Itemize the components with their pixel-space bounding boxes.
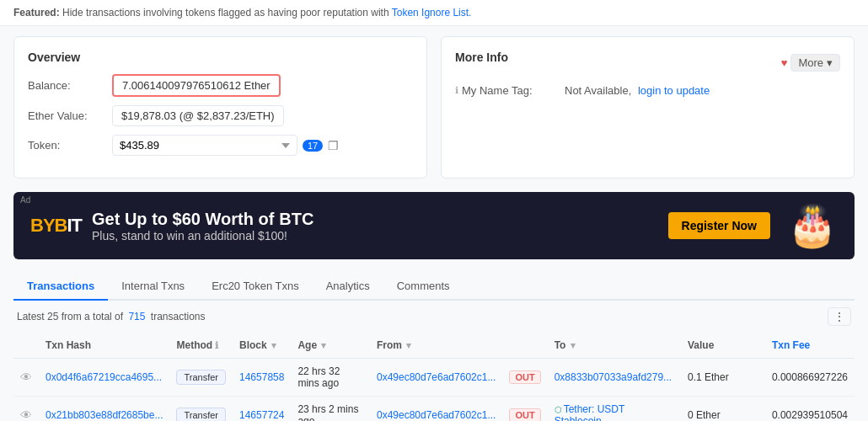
balance-label: Balance:	[28, 79, 112, 92]
block-cell: 14657858	[233, 359, 291, 397]
col-block: Block ▾	[233, 333, 291, 359]
transactions-table: Txn Hash Method ℹ Block ▾ Age ▾ From ▾ T…	[13, 333, 855, 421]
txn-hash-link[interactable]: 0x21bb803e88df2685be...	[46, 409, 163, 421]
ad-label: Ad	[20, 195, 30, 205]
tab-analytics[interactable]: Analytics	[313, 273, 383, 301]
age-cell: 22 hrs 32 mins ago	[291, 359, 370, 397]
table-row: 👁 0x21bb803e88df2685be... Transfer 14657…	[13, 397, 855, 422]
chevron-down-icon: ▾	[827, 56, 833, 69]
age-filter-icon[interactable]: ▾	[321, 340, 326, 350]
col-to: To ▾	[548, 333, 681, 359]
balance-value: 7.006140097976510612 Ether	[112, 74, 281, 97]
name-tag-value: Not Available, login to update	[565, 84, 710, 97]
eye-cell: 👁	[13, 397, 39, 422]
col-eye	[13, 333, 39, 359]
ad-subtext: Plus, stand to win an additional $100!	[92, 229, 313, 242]
name-tag-row: ℹ My Name Tag: Not Available, login to u…	[455, 84, 840, 97]
method-cell: Transfer	[169, 359, 233, 397]
moreinfo-card: More Info ♥ More ▾ ℹ My Name Tag: Not Av…	[441, 36, 855, 179]
block-link[interactable]: 14657858	[239, 371, 284, 383]
col-age: Age ▾	[291, 333, 370, 359]
total-count-link[interactable]: 715	[128, 311, 145, 322]
block-filter-icon[interactable]: ▾	[271, 340, 276, 350]
tether-icon: ⬡	[555, 405, 562, 414]
featured-text: Hide transactions involving tokens flagg…	[62, 7, 392, 19]
token-label: Token:	[28, 139, 112, 152]
block-link[interactable]: 14657724	[239, 409, 284, 421]
register-now-button[interactable]: Register Now	[668, 212, 770, 239]
col-direction	[502, 333, 547, 359]
bybit-b: BY	[30, 215, 55, 236]
from-address-link[interactable]: 0x49ec80d7e6ad7602c1...	[377, 409, 496, 421]
eye-icon[interactable]: 👁	[20, 408, 32, 421]
direction-cell: OUT	[502, 359, 547, 397]
login-to-update-link[interactable]: login to update	[638, 84, 710, 97]
tabs-bar: Transactions Internal Txns Erc20 Token T…	[13, 273, 855, 301]
more-label: More	[798, 56, 823, 69]
txn-hash-link[interactable]: 0x0d4f6a67219cca4695...	[46, 371, 162, 383]
overview-title: Overview	[28, 51, 413, 64]
tab-internal-txns[interactable]: Internal Txns	[108, 273, 198, 301]
direction-badge: OUT	[509, 370, 540, 384]
heart-icon: ♥	[781, 56, 788, 69]
method-badge: Transfer	[176, 370, 226, 385]
table-filter-button[interactable]: ⋮	[828, 307, 851, 326]
more-button[interactable]: More ▾	[790, 54, 840, 72]
token-selector-row: $435.89 17 ❐	[112, 135, 339, 156]
ad-btc: BTC	[279, 210, 313, 229]
tab-erc20[interactable]: Erc20 Token Txns	[198, 273, 313, 301]
bybit-logo: BYBIT	[30, 215, 82, 237]
transactions-label: transactions	[151, 311, 206, 322]
age-cell: 23 hrs 2 mins ago	[291, 397, 370, 422]
fee-cell: 0.002939510504	[765, 397, 855, 422]
tab-comments[interactable]: Comments	[383, 273, 463, 301]
value-cell: 0.1 Ether	[681, 359, 765, 397]
to-cell: ⬡Tether: USDT Stablecoin	[548, 397, 681, 422]
from-address-link[interactable]: 0x49ec80d7e6ad7602c1...	[377, 371, 496, 383]
table-row: 👁 0x0d4f6a67219cca4695... Transfer 14657…	[13, 359, 855, 397]
col-from: From ▾	[370, 333, 502, 359]
col-method: Method ℹ	[169, 333, 233, 359]
bybit-bit: B	[55, 215, 67, 236]
ether-value-label: Ether Value:	[28, 109, 112, 122]
block-cell: 14657724	[233, 397, 291, 422]
tab-transactions[interactable]: Transactions	[13, 273, 108, 301]
ad-banner: Ad BYBIT Get Up to $60 Worth of BTC Plus…	[13, 192, 855, 259]
ether-value: $19,878.03 (@ $2,837.23/ETH)	[112, 105, 284, 126]
token-ignore-list-link[interactable]: Token Ignore List.	[392, 7, 472, 19]
fee-cell: 0.000866927226	[765, 359, 855, 397]
to-filter-icon[interactable]: ▾	[571, 340, 576, 350]
token-copy-icon[interactable]: ❐	[328, 139, 339, 152]
hash-cell: 0x0d4f6a67219cca4695...	[39, 359, 169, 397]
cake-icon: 🎂	[787, 202, 838, 249]
featured-label: Featured:	[13, 7, 60, 19]
eye-icon[interactable]: 👁	[20, 370, 32, 384]
from-cell: 0x49ec80d7e6ad7602c1...	[370, 397, 502, 422]
direction-cell: OUT	[502, 397, 547, 422]
name-tag-label: ℹ My Name Tag:	[455, 84, 565, 97]
ether-value-row: Ether Value: $19,878.03 (@ $2,837.23/ETH…	[28, 105, 413, 126]
method-badge: Transfer	[176, 408, 226, 421]
col-value: Value	[681, 333, 765, 359]
table-summary: Latest 25 from a total of 715 transactio…	[17, 311, 206, 322]
to-address-link[interactable]: 0x8833b07033a9afd279...	[555, 371, 672, 383]
eye-cell: 👁	[13, 359, 39, 397]
to-address-link[interactable]: Tether: USDT Stablecoin	[555, 403, 624, 421]
moreinfo-title: More Info	[455, 51, 508, 64]
ad-headline1: Get Up to $60 Worth of	[92, 210, 274, 229]
table-header-row: Txn Hash Method ℹ Block ▾ Age ▾ From ▾ T…	[13, 333, 855, 359]
latest-label: Latest 25 from a total of	[17, 311, 123, 322]
info-circle-icon: ℹ	[455, 85, 458, 96]
featured-bar: Featured: Hide transactions involving to…	[0, 0, 868, 26]
method-cell: Transfer	[169, 397, 233, 422]
from-cell: 0x49ec80d7e6ad7602c1...	[370, 359, 502, 397]
token-select[interactable]: $435.89	[112, 135, 297, 156]
token-badge: 17	[303, 140, 323, 152]
table-toolbar: Latest 25 from a total of 715 transactio…	[13, 301, 855, 333]
hash-cell: 0x21bb803e88df2685be...	[39, 397, 169, 422]
from-filter-icon[interactable]: ▾	[406, 340, 411, 350]
direction-badge: OUT	[509, 408, 540, 421]
col-txn-hash: Txn Hash	[39, 333, 169, 359]
balance-row: Balance: 7.006140097976510612 Ether	[28, 74, 413, 97]
col-txn-fee: Txn Fee	[765, 333, 855, 359]
